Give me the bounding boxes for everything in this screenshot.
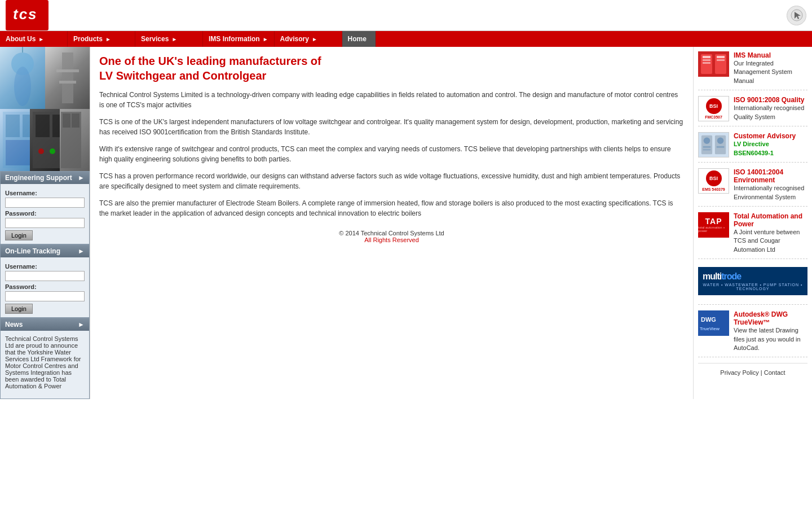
header: tcs <box>0 0 812 31</box>
eng-username-label: Username: <box>5 190 85 196</box>
hero-images <box>0 47 90 171</box>
svg-rect-7 <box>56 69 79 72</box>
hero-img-plant <box>60 109 90 171</box>
svg-text:TrueView: TrueView <box>700 326 720 331</box>
logo-box: tcs <box>6 0 48 30</box>
bsi-label: FMC3507 <box>705 115 722 119</box>
svg-point-5 <box>14 67 31 106</box>
hero-img-wind <box>0 47 45 109</box>
nav-about-us-arrow: ► <box>38 36 44 42</box>
online-tracking-arrow: ► <box>78 247 85 255</box>
bsi-env-label: EMS 540379 <box>702 187 725 191</box>
tap-sub: total automation + power <box>698 226 729 233</box>
news-title[interactable]: News ► <box>1 318 89 331</box>
ims-title[interactable]: IMS Manual <box>734 51 807 59</box>
online-tracking-title[interactable]: On-Line Tracking ► <box>1 245 89 257</box>
tap-label: TAP <box>705 217 722 226</box>
customer-subtitle[interactable]: LV Directive <box>734 140 796 148</box>
iso14001-text: ISO 14001:2004 Environment International… <box>734 168 807 202</box>
content-para-5: TCS are also the premier manufacturer of… <box>99 198 684 218</box>
customer-title[interactable]: Customer Advisory <box>734 132 796 140</box>
eng-password-input[interactable] <box>5 218 85 228</box>
svg-rect-25 <box>703 59 710 61</box>
customer-icon <box>698 132 729 157</box>
nav-advisory-arrow: ► <box>312 36 317 42</box>
svg-point-36 <box>717 138 724 144</box>
svg-rect-21 <box>72 113 80 128</box>
news-content: Technical Control Systems Ltd are proud … <box>1 331 89 398</box>
right-item-dwg: DWG TrueView Autodesk® DWG TrueView™ Vie… <box>698 310 807 357</box>
right-item-iso14001: BSI EMS 540379 ISO 14001:2004 Environmen… <box>698 168 807 207</box>
dwg-desc: View the latest Drawing files just as yo… <box>734 326 807 352</box>
main-content: One of the UK's leading manufacturers of… <box>90 47 694 399</box>
nav-ims[interactable]: IMS Information ► <box>203 31 275 47</box>
contact-link[interactable]: Contact <box>764 369 785 376</box>
nav-products-arrow: ► <box>105 36 111 42</box>
online-tracking-content: Username: Password: Login <box>1 257 89 317</box>
svg-rect-33 <box>703 146 710 148</box>
engineering-support-title[interactable]: Engineering Support ► <box>1 172 89 184</box>
eng-login-button[interactable]: Login <box>5 230 33 240</box>
nav-products[interactable]: Products ► <box>68 31 135 47</box>
track-username-input[interactable] <box>5 271 85 281</box>
svg-rect-10 <box>6 115 20 137</box>
right-item-ims: IMS Manual Our Integrated Management Sys… <box>698 51 807 90</box>
tap-text: Total Automation and Power A Joint ventu… <box>734 212 807 254</box>
footer-links: Privacy Policy | Contact <box>698 363 807 382</box>
track-password-input[interactable] <box>5 291 85 301</box>
track-login-button[interactable]: Login <box>5 304 33 314</box>
hero-row-2 <box>0 109 90 171</box>
main-nav: About Us ► Products ► Services ► IMS Inf… <box>0 31 812 47</box>
dwg-title[interactable]: Autodesk® DWG TrueView™ <box>734 310 807 326</box>
tap-title[interactable]: Total Automation and Power <box>734 212 807 228</box>
nav-advisory[interactable]: Advisory ► <box>275 31 342 47</box>
iso9001-text: ISO 9001:2008 Quality Internationally re… <box>734 96 807 121</box>
track-username-label: Username: <box>5 263 85 270</box>
eng-password-label: Password: <box>5 210 85 217</box>
tap-icon: TAP total automation + power <box>698 212 729 238</box>
bsi-env-icon: BSI EMS 540379 <box>698 168 729 194</box>
svg-point-17 <box>50 148 55 154</box>
nav-home[interactable]: Home <box>342 31 376 47</box>
right-item-multitrode: multitrode WATER • WASTEWATER • PUMP STA… <box>698 265 807 305</box>
svg-rect-12 <box>6 140 30 165</box>
left-sidebar: Engineering Support ► Username: Password… <box>0 47 90 399</box>
dwg-text: Autodesk® DWG TrueView™ View the latest … <box>734 310 807 352</box>
eng-username-input[interactable] <box>5 198 85 208</box>
iso9001-title[interactable]: ISO 9001:2008 Quality <box>734 96 807 104</box>
track-password-label: Password: <box>5 283 85 290</box>
iso14001-title[interactable]: ISO 14001:2004 Environment <box>734 168 807 184</box>
svg-rect-15 <box>52 115 60 137</box>
svg-rect-28 <box>717 56 725 58</box>
svg-text:tcs: tcs <box>13 6 38 23</box>
nav-about-us[interactable]: About Us ► <box>0 31 68 47</box>
iso14001-icon: BSI EMS 540379 <box>698 168 729 194</box>
content-para-1: Technical Control Systems Limited is a t… <box>99 90 684 110</box>
page-title: One of the UK's leading manufacturers of… <box>99 54 684 83</box>
svg-rect-11 <box>23 115 30 137</box>
header-right <box>787 6 806 25</box>
content-para-4: TCS has a proven performance record worl… <box>99 171 684 191</box>
multitrode-banner[interactable]: multitrode WATER • WASTEWATER • PUMP STA… <box>698 267 807 295</box>
customer-subtitle2[interactable]: BSEN60439-1 <box>734 149 796 157</box>
svg-rect-8 <box>59 81 76 84</box>
customer-text: Customer Advisory LV Directive BSEN60439… <box>734 132 796 157</box>
all-rights-link[interactable]: All Rights Reserved <box>364 237 419 243</box>
cursor-icon[interactable] <box>787 6 806 25</box>
content-para-3: With it's extensive range of switchgear … <box>99 144 684 164</box>
footer-separator: | <box>761 369 762 376</box>
iso14001-desc: Internationally recognised Environmental… <box>734 184 807 202</box>
iso9001-desc: Internationally recognised Quality Syste… <box>734 104 807 121</box>
privacy-policy-link[interactable]: Privacy Policy <box>720 369 758 376</box>
svg-rect-26 <box>703 62 710 64</box>
nav-services[interactable]: Services ► <box>135 31 203 47</box>
tap-desc: A Joint venture between TCS and Cougar A… <box>734 228 807 254</box>
content-para-2: TCS is one of the UK's largest independe… <box>99 117 684 137</box>
right-sidebar: IMS Manual Our Integrated Management Sys… <box>694 47 812 399</box>
hero-img-ctrl <box>30 109 60 171</box>
logo[interactable]: tcs <box>6 0 48 30</box>
svg-rect-29 <box>717 59 725 61</box>
svg-rect-24 <box>703 56 710 58</box>
main-layout: Engineering Support ► Username: Password… <box>0 47 812 399</box>
svg-text:DWG: DWG <box>701 316 716 323</box>
